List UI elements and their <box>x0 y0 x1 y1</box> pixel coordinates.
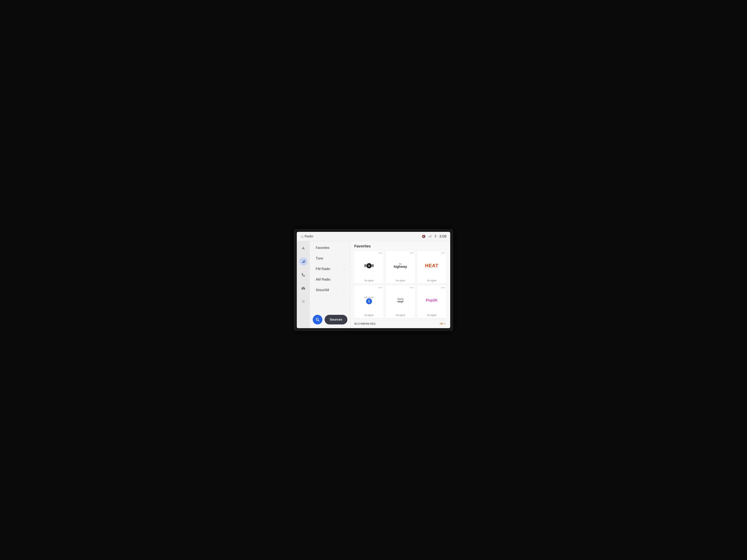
channel-badge-5: SXMI <box>410 287 414 289</box>
svg-text:1: 1 <box>444 323 445 325</box>
favorite-card-pop2k[interactable]: SXMI Pop2K No signal <box>417 286 446 318</box>
siriusxm-chevron: › <box>343 289 344 292</box>
card-logo-highway: the highway <box>387 253 413 278</box>
menu-item-am-radio[interactable]: AM Radio › <box>311 275 349 285</box>
settings-icon-button[interactable] <box>299 297 307 305</box>
screen-container: ◁ Radio 🔇 <box>294 229 453 331</box>
pop2k-logo: Pop2K <box>426 298 438 302</box>
80s8-logo: 8s8 <box>364 263 374 268</box>
svg-marker-5 <box>302 247 305 250</box>
menu-item-siriusxm[interactable]: SiriusXM › <box>311 285 349 295</box>
card-logo-heat: HEAT <box>419 253 445 278</box>
car-icon-button[interactable] <box>299 284 307 292</box>
header-right: 🔇 3:09 <box>422 234 446 239</box>
menu-sirius-label: SiriusXM <box>316 288 329 292</box>
channel-badge-4: SXMI <box>378 287 382 289</box>
highway-name: highway <box>394 265 407 269</box>
menu-item-fm-radio[interactable]: FM Radio › <box>311 264 349 274</box>
channel-badge-2: SXMI <box>410 252 414 254</box>
no-signal-6: No signal <box>427 314 436 317</box>
back-icon[interactable]: ◁ <box>301 235 303 239</box>
menu-tune-label: Tune <box>316 257 323 260</box>
clock-display: 3:09 <box>439 234 446 239</box>
classicvinyl-logo: Classic vinyl <box>397 298 404 303</box>
mute-icon: 🔇 <box>422 235 426 238</box>
sirius-text: SIRIUSXM <box>364 296 374 298</box>
svg-line-10 <box>303 260 305 261</box>
header-bar: ◁ Radio 🔇 <box>297 232 450 241</box>
svg-rect-1 <box>428 237 429 237</box>
menu-favorites-label: Favorites <box>316 246 329 250</box>
favorites-title: Favorites <box>354 244 446 248</box>
menu-bottom-actions: Sources <box>310 313 350 327</box>
svg-text:HD: HD <box>440 322 443 325</box>
hd-badge: HD 1 <box>440 322 446 325</box>
favorite-card-highway[interactable]: SXMI the highway No signal <box>386 251 415 284</box>
hits-circle: 1 <box>366 298 372 304</box>
classic-text: Classic <box>397 298 404 300</box>
siriushits-logo: SIRIUSXM 1 <box>364 296 374 304</box>
fm-radio-chevron: › <box>343 268 344 271</box>
highway-the: the <box>394 263 407 265</box>
card-logo-siriushits: SIRIUSXM 1 <box>356 288 382 313</box>
80s8-circle: s <box>366 263 372 268</box>
card-logo-80s8: 8s8 <box>356 253 382 278</box>
search-button[interactable] <box>313 315 323 324</box>
sidebar-icons <box>297 241 310 328</box>
svg-line-17 <box>318 320 319 321</box>
now-playing-bar: 90.3·WBHM-HD1 HD 1 <box>354 320 446 325</box>
no-signal-2: No signal <box>396 279 405 282</box>
menu-item-tune[interactable]: Tune <box>311 254 349 263</box>
channel-badge-6: SXMI <box>441 287 445 289</box>
favorite-card-80s8[interactable]: SXMI 8s8 No signal <box>354 251 384 284</box>
header-title: Radio <box>305 235 313 238</box>
header-left: ◁ Radio <box>301 235 313 239</box>
vinyl-text: vinyl <box>397 300 404 303</box>
favorite-card-classicvinyl[interactable]: SXMI Classic vinyl No signal <box>386 286 415 318</box>
nav-icon-button[interactable] <box>299 244 307 252</box>
sources-button[interactable]: Sources <box>325 315 347 324</box>
no-signal-3: No signal <box>427 279 436 282</box>
infotainment-screen: ◁ Radio 🔇 <box>297 232 450 328</box>
card-logo-classicvinyl: Classic vinyl <box>387 288 413 313</box>
no-signal-1: No signal <box>364 279 374 282</box>
signal-off-icon <box>428 235 432 238</box>
no-signal-5: No signal <box>396 314 405 317</box>
phone-icon-button[interactable] <box>299 271 307 279</box>
menu-am-label: AM Radio <box>316 277 330 282</box>
am-radio-chevron: › <box>343 278 344 281</box>
heat-logo: HEAT <box>425 263 439 268</box>
svg-point-15 <box>303 301 304 302</box>
svg-rect-4 <box>431 235 432 237</box>
card-logo-pop2k: Pop2K <box>419 288 445 313</box>
bluetooth-icon <box>434 235 437 239</box>
svg-rect-3 <box>430 236 431 237</box>
music-icon-button[interactable] <box>299 258 307 266</box>
menu-fm-label: FM Radio <box>316 267 330 271</box>
main-content: Favorites Tune FM Radio › AM Radio › Sir… <box>297 241 450 328</box>
menu-panel: Favorites Tune FM Radio › AM Radio › Sir… <box>310 241 351 328</box>
menu-item-favorites[interactable]: Favorites <box>311 243 349 253</box>
svg-rect-2 <box>429 236 430 237</box>
no-signal-4: No signal <box>364 314 374 317</box>
favorite-card-siriushits[interactable]: SXMI SIRIUSXM 1 No signal <box>354 286 384 318</box>
now-playing-station: 90.3·WBHM-HD1 <box>354 322 376 325</box>
channel-badge-3: SXMI <box>441 252 445 254</box>
favorite-card-heat[interactable]: SXMI HEAT No signal <box>417 251 446 284</box>
favorites-grid: SXMI 8s8 No signal SXMI th <box>354 251 446 318</box>
highway-logo: the highway <box>394 263 407 269</box>
channel-badge-1: SXMI <box>378 252 382 254</box>
favorites-panel: Favorites SXMI 8s8 No signal <box>351 241 450 328</box>
